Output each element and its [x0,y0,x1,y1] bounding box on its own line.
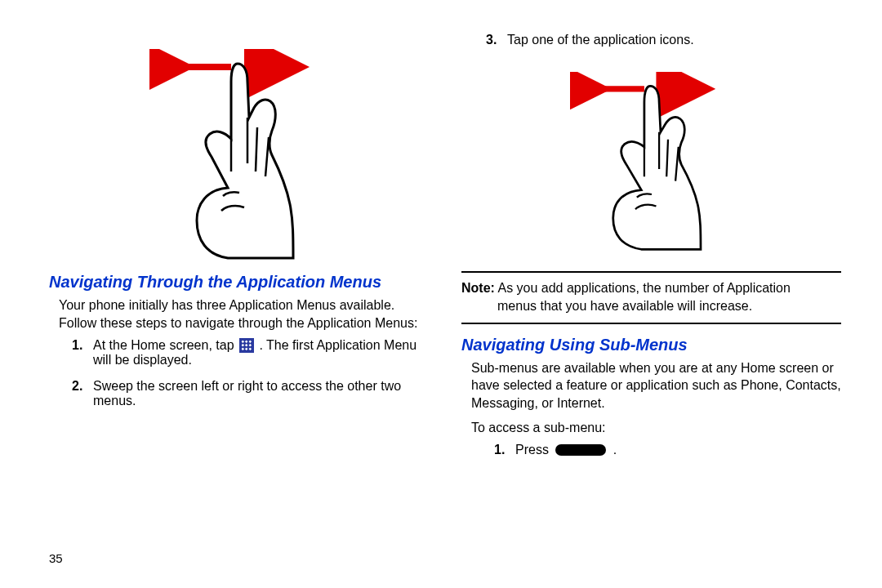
submenu-step-1: 1. Press . [494,443,841,457]
swipe-hand-illustration-left [49,49,429,265]
access-sub-menu: To access a sub-menu: [471,419,841,437]
intro-app-menus: Your phone initially has three Applicati… [59,296,429,332]
step-1: 1. At the Home screen, tap . The first A… [72,338,429,368]
note-line-2: menus that you have available will incre… [461,297,841,315]
swipe-hand-illustration-right [461,72,841,255]
note-label: Note: [461,281,495,295]
submenu-step-1-text-a: Press [515,443,552,457]
step-2-text: Sweep the screen left or right to access… [93,379,429,408]
submenu-step-1-number: 1. [494,443,515,457]
menu-key-icon [555,444,606,456]
page-number: 35 [49,551,63,565]
intro-sub-menus: Sub-menus are available when you are at … [471,359,841,412]
step-2: 2. Sweep the screen left or right to acc… [72,379,429,408]
submenu-step-1-text: Press . [515,443,841,457]
step-1-number: 1. [72,338,93,368]
step-2-number: 2. [72,379,93,408]
step-3: 3. Tap one of the application icons. [486,33,841,47]
note-box: Note: As you add applications, the numbe… [461,271,841,324]
step-1-text: At the Home screen, tap . The first Appl… [93,338,429,368]
step-3-number: 3. [486,33,507,47]
heading-sub-menus: Navigating Using Sub-Menus [461,336,841,354]
note-line-1: As you add applications, the number of A… [495,281,791,295]
apps-grid-icon [239,338,254,353]
heading-app-menus: Navigating Through the Application Menus [49,273,429,292]
step-3-text: Tap one of the application icons. [507,33,841,47]
submenu-step-1-text-b: . [613,443,617,457]
step-1-text-a: At the Home screen, tap [93,338,238,352]
